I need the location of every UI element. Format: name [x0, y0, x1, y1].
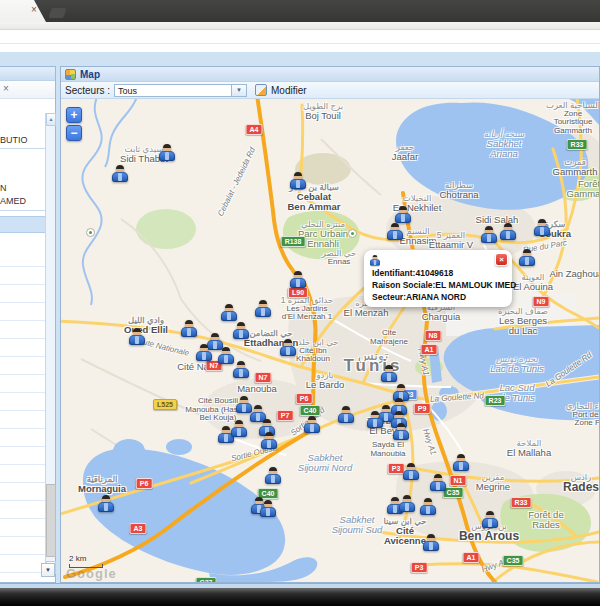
- browser-tab-bar: ×: [0, 0, 600, 22]
- sidebar-selected-row[interactable]: [0, 216, 46, 233]
- person-marker[interactable]: [112, 165, 128, 184]
- map-label: العوينةEl Aouina: [513, 272, 553, 292]
- scroll-thumb[interactable]: [46, 484, 56, 557]
- road-badge: P9: [414, 403, 431, 414]
- road-badge: C40: [300, 405, 321, 416]
- person-marker[interactable]: [399, 495, 415, 514]
- road-badge: N8: [425, 330, 442, 341]
- map-label: SabkhetSijoumi Sud: [332, 515, 383, 535]
- person-marker[interactable]: [453, 454, 469, 473]
- person-marker[interactable]: [233, 322, 249, 341]
- map-label: CiteMahrajene: [370, 329, 408, 346]
- popup-raison-label: Raison Sociale:: [372, 280, 435, 290]
- person-marker[interactable]: [255, 300, 271, 319]
- marker-info-popup: × Identifiant:41049618 Raison Sociale:EL…: [364, 250, 512, 307]
- popup-secteur-value: ARIANA NORD: [406, 292, 466, 302]
- map-label: سبخة أريانةSabkhetAriana: [484, 129, 524, 159]
- road-badge: P3: [388, 463, 405, 474]
- person-marker[interactable]: [367, 411, 383, 430]
- sidebar-list-item[interactable]: BUTIO: [0, 135, 28, 145]
- tab-close-icon[interactable]: ×: [31, 4, 37, 15]
- person-marker[interactable]: [233, 361, 249, 380]
- person-marker[interactable]: [290, 271, 306, 290]
- popup-secteur-label: Secteur:: [372, 292, 406, 302]
- person-marker[interactable]: [98, 495, 114, 514]
- person-marker[interactable]: [430, 474, 446, 493]
- map-label: حدائق المنزه 1Les Jardinsd'El Menzah 1: [281, 296, 334, 322]
- road-badge: A1: [463, 552, 480, 563]
- person-marker[interactable]: [393, 423, 409, 442]
- person-marker[interactable]: [290, 172, 306, 191]
- zoom-in-button[interactable]: +: [66, 107, 82, 123]
- person-marker[interactable]: [481, 226, 497, 245]
- person-marker[interactable]: [265, 467, 281, 486]
- map-label: صفاف البحيرةLes Bergesdu Lac: [498, 306, 548, 336]
- secteurs-select[interactable]: Tous: [114, 84, 232, 97]
- map-label: جعفرJaafar: [392, 142, 418, 162]
- browser-tab[interactable]: ×: [0, 0, 46, 22]
- person-marker[interactable]: [218, 347, 234, 366]
- new-tab-button[interactable]: [48, 8, 66, 18]
- road-badge: A4: [246, 124, 263, 135]
- person-marker[interactable]: [420, 498, 436, 517]
- popup-person-icon: [370, 255, 380, 267]
- person-marker[interactable]: [403, 463, 419, 482]
- popup-close-button[interactable]: ×: [495, 253, 508, 266]
- person-marker[interactable]: [482, 511, 498, 530]
- sidebar-list[interactable]: BUTIONAMED: [0, 99, 46, 582]
- map-label: السياحية العربZoneTouristiqueGammarth: [546, 101, 599, 135]
- sidebar-empty-rows: [0, 249, 46, 582]
- popup-identifiant-label: Identifiant:: [372, 268, 415, 278]
- scroll-up-button[interactable]: ▲: [46, 113, 56, 126]
- person-marker[interactable]: [221, 304, 237, 323]
- person-marker[interactable]: [387, 223, 403, 242]
- person-marker[interactable]: [304, 416, 320, 435]
- road-badge: R23: [485, 395, 506, 406]
- zoom-control: + −: [66, 107, 82, 143]
- map-label: SabkhetSijoumi Nord: [298, 453, 352, 473]
- road-badge: N1: [450, 475, 467, 486]
- sidebar-list-item[interactable]: N: [0, 183, 7, 193]
- person-marker[interactable]: [500, 223, 516, 242]
- road-badge: A1: [421, 344, 438, 355]
- taskbar: [0, 588, 600, 606]
- map-label: مقرينMegrine: [476, 472, 510, 492]
- app-window: × BUTIONAMED ▲ ▼ ▼ Map: [0, 52, 600, 588]
- person-marker[interactable]: [280, 339, 296, 358]
- park-poi-marker: [348, 229, 357, 238]
- sidebar-list-item[interactable]: AMED: [0, 196, 26, 206]
- person-marker[interactable]: [423, 534, 439, 553]
- map-label: سطرانةChotrana: [439, 180, 478, 200]
- person-marker[interactable]: [159, 144, 175, 163]
- sidebar-toolbar: ×: [0, 81, 55, 99]
- sidebar-scrollbar[interactable]: ▲ ▼: [45, 113, 55, 574]
- map-label: الملاحةEl Mallaha: [507, 438, 551, 458]
- map-label: Ain Zaghouan: [549, 269, 599, 279]
- person-marker[interactable]: [381, 365, 397, 384]
- combo-arrow-icon[interactable]: ▼: [232, 84, 247, 97]
- modifier-icon[interactable]: [255, 84, 267, 96]
- person-marker[interactable]: [196, 344, 212, 363]
- road-badge: P3: [411, 562, 428, 573]
- map-panel-header: Map: [61, 67, 599, 82]
- sidebar-header: [0, 67, 55, 81]
- zoom-out-button[interactable]: −: [66, 125, 82, 141]
- person-marker[interactable]: [231, 420, 247, 439]
- person-marker[interactable]: [261, 432, 277, 451]
- person-marker[interactable]: [534, 219, 550, 238]
- person-marker[interactable]: [129, 328, 145, 347]
- sidebar-dropdown-button[interactable]: ▼: [41, 563, 55, 577]
- road-badge: R138: [281, 236, 306, 247]
- person-marker[interactable]: [519, 249, 535, 268]
- road-badge: N9: [533, 296, 550, 307]
- map-canvas[interactable]: برج الطويلBoj Touilسيدي ثابتSidi Thabetس…: [61, 99, 599, 582]
- map-label: حي ابن سيناCitéAvicenne: [383, 516, 426, 546]
- scale-label: 2 km: [69, 554, 86, 563]
- person-marker[interactable]: [338, 406, 354, 425]
- person-marker[interactable]: [181, 320, 197, 339]
- road-badge: R33: [567, 139, 588, 150]
- modifier-button[interactable]: Modifier: [271, 85, 307, 96]
- left-sidebar: × BUTIONAMED ▲ ▼ ▼: [0, 66, 56, 583]
- sidebar-close-icon[interactable]: ×: [3, 83, 9, 94]
- person-marker[interactable]: [260, 500, 276, 519]
